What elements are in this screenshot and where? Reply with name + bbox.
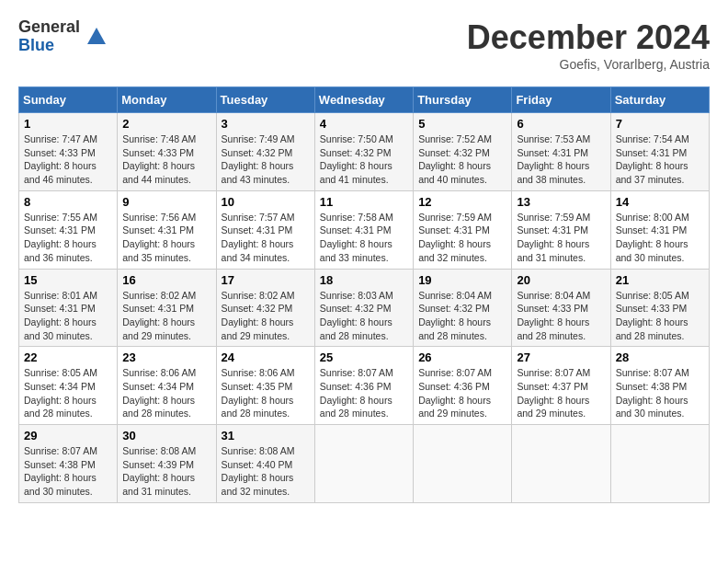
day-number: 17 <box>222 273 310 287</box>
day-cell-3: 3Sunrise: 7:49 AMSunset: 4:32 PMDaylight… <box>216 113 314 191</box>
day-info: Sunrise: 8:07 AMSunset: 4:37 PMDaylight:… <box>517 366 605 420</box>
day-info: Sunrise: 8:04 AMSunset: 4:32 PMDaylight:… <box>418 289 506 343</box>
day-cell-21: 21Sunrise: 8:05 AMSunset: 4:33 PMDayligh… <box>610 269 709 347</box>
day-info: Sunrise: 7:50 AMSunset: 4:32 PMDaylight:… <box>320 132 408 187</box>
logo-icon <box>84 24 109 50</box>
day-number: 8 <box>24 195 112 209</box>
day-info: Sunrise: 8:07 AMSunset: 4:38 PMDaylight:… <box>616 366 704 420</box>
day-info: Sunrise: 7:55 AMSunset: 4:31 PMDaylight:… <box>24 211 112 265</box>
day-header-tuesday: Tuesday <box>216 87 314 113</box>
day-info: Sunrise: 8:05 AMSunset: 4:34 PMDaylight:… <box>24 366 112 420</box>
day-header-wednesday: Wednesday <box>314 87 413 113</box>
day-cell-25: 25Sunrise: 8:07 AMSunset: 4:36 PMDayligh… <box>314 347 413 425</box>
day-info: Sunrise: 8:06 AMSunset: 4:34 PMDaylight:… <box>122 366 210 420</box>
day-cell-7: 7Sunrise: 7:54 AMSunset: 4:31 PMDaylight… <box>610 113 709 191</box>
day-number: 23 <box>122 350 210 364</box>
day-number: 6 <box>517 117 605 131</box>
day-cell-12: 12Sunrise: 7:59 AMSunset: 4:31 PMDayligh… <box>414 190 512 269</box>
day-info: Sunrise: 8:08 AMSunset: 4:39 PMDaylight:… <box>122 444 210 499</box>
svg-marker-0 <box>87 28 106 44</box>
day-cell-16: 16Sunrise: 8:02 AMSunset: 4:31 PMDayligh… <box>118 269 216 347</box>
day-number: 10 <box>222 195 310 209</box>
day-info: Sunrise: 8:02 AMSunset: 4:31 PMDaylight:… <box>122 289 210 343</box>
day-number: 15 <box>24 273 112 287</box>
day-info: Sunrise: 7:59 AMSunset: 4:31 PMDaylight:… <box>517 211 605 265</box>
day-info: Sunrise: 8:00 AMSunset: 4:31 PMDaylight:… <box>616 211 704 265</box>
day-cell-14: 14Sunrise: 8:00 AMSunset: 4:31 PMDayligh… <box>610 190 709 269</box>
day-cell-9: 9Sunrise: 7:56 AMSunset: 4:31 PMDaylight… <box>118 190 216 269</box>
day-cell-28: 28Sunrise: 8:07 AMSunset: 4:38 PMDayligh… <box>610 347 709 425</box>
day-header-friday: Friday <box>512 87 610 113</box>
day-number: 19 <box>418 273 506 287</box>
day-cell-5: 5Sunrise: 7:52 AMSunset: 4:32 PMDaylight… <box>414 113 512 191</box>
day-number: 20 <box>517 273 605 287</box>
day-number: 9 <box>122 195 210 209</box>
day-header-saturday: Saturday <box>610 87 709 113</box>
day-number: 7 <box>616 117 704 131</box>
day-number: 4 <box>320 117 408 131</box>
logo-line2: Blue <box>18 37 80 55</box>
day-info: Sunrise: 8:03 AMSunset: 4:32 PMDaylight:… <box>320 289 408 343</box>
day-cell-30: 30Sunrise: 8:08 AMSunset: 4:39 PMDayligh… <box>118 425 216 503</box>
calendar-week-3: 15Sunrise: 8:01 AMSunset: 4:31 PMDayligh… <box>19 269 710 347</box>
day-number: 1 <box>24 117 112 131</box>
calendar-week-2: 8Sunrise: 7:55 AMSunset: 4:31 PMDaylight… <box>19 190 710 269</box>
day-number: 28 <box>616 350 704 364</box>
day-number: 24 <box>222 350 310 364</box>
day-info: Sunrise: 8:01 AMSunset: 4:31 PMDaylight:… <box>24 289 112 343</box>
empty-cell <box>414 425 512 503</box>
day-info: Sunrise: 7:52 AMSunset: 4:32 PMDaylight:… <box>418 132 506 187</box>
day-cell-23: 23Sunrise: 8:06 AMSunset: 4:34 PMDayligh… <box>118 347 216 425</box>
day-cell-19: 19Sunrise: 8:04 AMSunset: 4:32 PMDayligh… <box>414 269 512 347</box>
day-info: Sunrise: 8:07 AMSunset: 4:36 PMDaylight:… <box>320 366 408 420</box>
day-number: 2 <box>122 117 210 131</box>
day-cell-20: 20Sunrise: 8:04 AMSunset: 4:33 PMDayligh… <box>512 269 610 347</box>
day-cell-8: 8Sunrise: 7:55 AMSunset: 4:31 PMDaylight… <box>19 190 118 269</box>
empty-cell <box>512 425 610 503</box>
day-cell-13: 13Sunrise: 7:59 AMSunset: 4:31 PMDayligh… <box>512 190 610 269</box>
day-number: 16 <box>122 273 210 287</box>
location-subtitle: Goefis, Vorarlberg, Austria <box>467 57 710 72</box>
day-info: Sunrise: 7:53 AMSunset: 4:31 PMDaylight:… <box>517 132 605 187</box>
calendar-header-row: SundayMondayTuesdayWednesdayThursdayFrid… <box>19 87 710 113</box>
page-header: General Blue December 2024 Goefis, Vorar… <box>18 18 710 72</box>
day-number: 11 <box>320 195 408 209</box>
day-info: Sunrise: 7:54 AMSunset: 4:31 PMDaylight:… <box>616 132 704 187</box>
day-info: Sunrise: 7:57 AMSunset: 4:31 PMDaylight:… <box>222 211 310 265</box>
day-info: Sunrise: 7:59 AMSunset: 4:31 PMDaylight:… <box>418 211 506 265</box>
day-header-sunday: Sunday <box>19 87 118 113</box>
day-info: Sunrise: 7:58 AMSunset: 4:31 PMDaylight:… <box>320 211 408 265</box>
day-info: Sunrise: 8:07 AMSunset: 4:36 PMDaylight:… <box>418 366 506 420</box>
day-number: 29 <box>24 429 112 442</box>
logo-line1: General <box>18 18 80 37</box>
day-info: Sunrise: 7:47 AMSunset: 4:33 PMDaylight:… <box>24 132 112 187</box>
day-info: Sunrise: 8:07 AMSunset: 4:38 PMDaylight:… <box>24 444 112 499</box>
calendar-table: SundayMondayTuesdayWednesdayThursdayFrid… <box>18 86 710 503</box>
day-info: Sunrise: 7:48 AMSunset: 4:33 PMDaylight:… <box>122 132 210 187</box>
day-cell-1: 1Sunrise: 7:47 AMSunset: 4:33 PMDaylight… <box>19 113 118 191</box>
calendar-body: 1Sunrise: 7:47 AMSunset: 4:33 PMDaylight… <box>19 113 710 503</box>
day-cell-26: 26Sunrise: 8:07 AMSunset: 4:36 PMDayligh… <box>414 347 512 425</box>
day-cell-4: 4Sunrise: 7:50 AMSunset: 4:32 PMDaylight… <box>314 113 413 191</box>
day-info: Sunrise: 7:56 AMSunset: 4:31 PMDaylight:… <box>122 211 210 265</box>
day-info: Sunrise: 8:05 AMSunset: 4:33 PMDaylight:… <box>616 289 704 343</box>
day-info: Sunrise: 8:04 AMSunset: 4:33 PMDaylight:… <box>517 289 605 343</box>
day-info: Sunrise: 7:49 AMSunset: 4:32 PMDaylight:… <box>222 132 310 187</box>
day-number: 22 <box>24 350 112 364</box>
day-cell-2: 2Sunrise: 7:48 AMSunset: 4:33 PMDaylight… <box>118 113 216 191</box>
day-number: 5 <box>418 117 506 131</box>
day-number: 31 <box>222 429 310 442</box>
day-number: 25 <box>320 350 408 364</box>
day-cell-27: 27Sunrise: 8:07 AMSunset: 4:37 PMDayligh… <box>512 347 610 425</box>
calendar-week-5: 29Sunrise: 8:07 AMSunset: 4:38 PMDayligh… <box>19 425 710 503</box>
day-cell-15: 15Sunrise: 8:01 AMSunset: 4:31 PMDayligh… <box>19 269 118 347</box>
day-info: Sunrise: 8:02 AMSunset: 4:32 PMDaylight:… <box>222 289 310 343</box>
day-cell-22: 22Sunrise: 8:05 AMSunset: 4:34 PMDayligh… <box>19 347 118 425</box>
day-cell-29: 29Sunrise: 8:07 AMSunset: 4:38 PMDayligh… <box>19 425 118 503</box>
title-block: December 2024 Goefis, Vorarlberg, Austri… <box>467 18 710 72</box>
day-number: 12 <box>418 195 506 209</box>
empty-cell <box>610 425 709 503</box>
day-number: 3 <box>222 117 310 131</box>
empty-cell <box>314 425 413 503</box>
calendar-week-1: 1Sunrise: 7:47 AMSunset: 4:33 PMDaylight… <box>19 113 710 191</box>
